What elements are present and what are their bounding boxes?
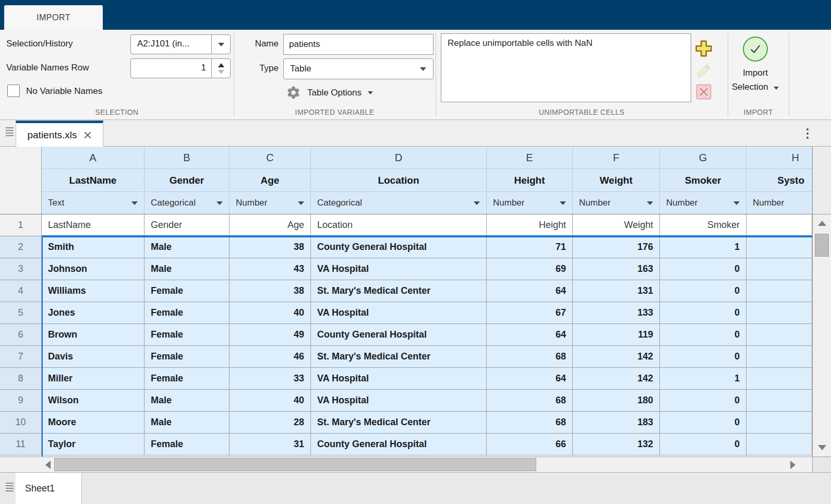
cell-B4[interactable]: Female bbox=[144, 280, 230, 302]
sheet-tab-sheet1[interactable]: Sheet1 bbox=[16, 473, 82, 504]
horizontal-scrollbar[interactable] bbox=[0, 457, 812, 472]
cell-B9[interactable]: Male bbox=[144, 390, 230, 412]
cell-B1[interactable]: Gender bbox=[144, 214, 230, 236]
cell-D11[interactable]: County General Hospital bbox=[311, 434, 487, 455]
cell-G5[interactable]: 0 bbox=[660, 302, 746, 324]
cell-B2[interactable]: Male bbox=[144, 236, 230, 258]
table-options-button[interactable]: Table Options bbox=[286, 85, 373, 100]
column-type-dropdown-H[interactable]: Number bbox=[746, 192, 812, 214]
cell-B11[interactable]: Female bbox=[144, 434, 230, 455]
row-number-2[interactable]: 2 bbox=[0, 236, 42, 258]
cell-A5[interactable]: Jones bbox=[42, 302, 144, 324]
column-type-dropdown-F[interactable]: Number bbox=[573, 192, 660, 214]
cell-F3[interactable]: 163 bbox=[573, 258, 660, 280]
cell-A6[interactable]: Brown bbox=[42, 324, 144, 346]
column-name-B[interactable]: Gender bbox=[144, 169, 230, 192]
cell-B3[interactable]: Male bbox=[144, 258, 230, 280]
row-number-4[interactable]: 4 bbox=[0, 280, 42, 302]
cell-H7[interactable] bbox=[746, 346, 812, 368]
cell-E2[interactable]: 71 bbox=[487, 236, 573, 258]
cell-E6[interactable]: 64 bbox=[487, 324, 573, 346]
cell-B7[interactable]: Female bbox=[144, 346, 230, 368]
cell-G3[interactable]: 0 bbox=[660, 258, 746, 280]
horizontal-scrollbar-thumb[interactable] bbox=[54, 458, 536, 471]
ribbon-tab-import[interactable]: IMPORT bbox=[4, 5, 103, 30]
cell-C1[interactable]: Age bbox=[230, 214, 311, 236]
column-letter-A[interactable]: A bbox=[42, 147, 144, 169]
column-type-dropdown-A[interactable]: Text bbox=[42, 192, 144, 214]
cell-H10[interactable] bbox=[746, 412, 812, 434]
cell-E9[interactable]: 68 bbox=[487, 390, 573, 412]
column-name-F[interactable]: Weight bbox=[573, 169, 660, 192]
cell-D5[interactable]: VA Hospital bbox=[311, 302, 487, 324]
row-number-7[interactable]: 7 bbox=[0, 346, 42, 368]
column-letter-H[interactable]: H bbox=[746, 147, 812, 169]
cell-C7[interactable]: 46 bbox=[230, 346, 311, 368]
column-letter-C[interactable]: C bbox=[230, 147, 311, 169]
cell-A9[interactable]: Wilson bbox=[42, 390, 144, 412]
cell-C8[interactable]: 33 bbox=[230, 368, 311, 390]
tab-actions-menu-icon[interactable] bbox=[806, 128, 809, 139]
cell-D9[interactable]: VA Hospital bbox=[311, 390, 487, 412]
cell-H3[interactable] bbox=[746, 258, 812, 280]
cell-H5[interactable] bbox=[746, 302, 812, 324]
selection-history-dropdown[interactable]: A2:J101 (in... bbox=[130, 34, 231, 54]
row-number-9[interactable]: 9 bbox=[0, 390, 42, 412]
row-number-3[interactable]: 3 bbox=[0, 258, 42, 280]
add-rule-button[interactable] bbox=[694, 39, 713, 58]
cell-C2[interactable]: 38 bbox=[230, 236, 311, 258]
cell-A2[interactable]: Smith bbox=[42, 236, 144, 258]
row-number-6[interactable]: 6 bbox=[0, 324, 42, 346]
cell-C5[interactable]: 40 bbox=[230, 302, 311, 324]
cell-F1[interactable]: Weight bbox=[573, 214, 660, 236]
cell-E11[interactable]: 66 bbox=[487, 434, 573, 455]
cell-C10[interactable]: 28 bbox=[230, 412, 311, 434]
cell-H9[interactable] bbox=[746, 390, 812, 412]
cell-G7[interactable]: 0 bbox=[660, 346, 746, 368]
column-type-dropdown-E[interactable]: Number bbox=[487, 192, 573, 214]
scroll-up-button[interactable] bbox=[813, 215, 831, 231]
spinner-down-icon[interactable] bbox=[218, 70, 224, 74]
unimportable-rules-list[interactable]: Replace unimportable cells with NaN bbox=[441, 33, 691, 102]
cell-H6[interactable] bbox=[746, 324, 812, 346]
cell-A7[interactable]: Davis bbox=[42, 346, 144, 368]
cell-E3[interactable]: 69 bbox=[487, 258, 573, 280]
vertical-scrollbar-thumb[interactable] bbox=[815, 234, 829, 257]
cell-C6[interactable]: 49 bbox=[230, 324, 311, 346]
cell-D10[interactable]: St. Mary's Medical Center bbox=[311, 412, 487, 434]
cell-C4[interactable]: 38 bbox=[230, 280, 311, 302]
column-name-G[interactable]: Smoker bbox=[660, 169, 746, 192]
column-letter-F[interactable]: F bbox=[573, 147, 660, 169]
column-type-dropdown-G[interactable]: Number bbox=[660, 192, 746, 214]
cell-D6[interactable]: County General Hospital bbox=[311, 324, 487, 346]
cell-G1[interactable]: Smoker bbox=[660, 214, 746, 236]
cell-C3[interactable]: 43 bbox=[230, 258, 311, 280]
column-type-dropdown-D[interactable]: Categorical bbox=[311, 192, 487, 214]
cell-B8[interactable]: Female bbox=[144, 368, 230, 390]
cell-B6[interactable]: Female bbox=[144, 324, 230, 346]
spinner-up-icon[interactable] bbox=[218, 63, 224, 67]
cell-H2[interactable] bbox=[746, 236, 812, 258]
cell-G11[interactable]: 0 bbox=[660, 434, 746, 455]
sheet-list-handle-icon[interactable] bbox=[6, 483, 14, 491]
cell-G8[interactable]: 1 bbox=[660, 368, 746, 390]
row-number-10[interactable]: 10 bbox=[0, 412, 42, 434]
cell-G10[interactable]: 0 bbox=[660, 412, 746, 434]
cell-F4[interactable]: 131 bbox=[573, 280, 660, 302]
no-variable-names-checkbox[interactable] bbox=[7, 85, 20, 97]
delete-rule-button[interactable] bbox=[696, 84, 712, 100]
cell-E10[interactable]: 68 bbox=[487, 412, 573, 434]
row-number-1[interactable]: 1 bbox=[0, 214, 42, 236]
cell-E8[interactable]: 64 bbox=[487, 368, 573, 390]
column-letter-G[interactable]: G bbox=[660, 147, 746, 169]
column-letter-E[interactable]: E bbox=[487, 147, 573, 169]
cell-G6[interactable]: 0 bbox=[660, 324, 746, 346]
selection-history-dropdown-button[interactable] bbox=[211, 35, 230, 54]
cell-F7[interactable]: 142 bbox=[573, 346, 660, 368]
cell-G2[interactable]: 1 bbox=[660, 236, 746, 258]
cell-C9[interactable]: 40 bbox=[230, 390, 311, 412]
column-name-C[interactable]: Age bbox=[230, 169, 311, 192]
scroll-right-button[interactable] bbox=[787, 457, 799, 472]
edit-rule-button[interactable] bbox=[695, 63, 712, 79]
cell-A10[interactable]: Moore bbox=[42, 412, 144, 434]
